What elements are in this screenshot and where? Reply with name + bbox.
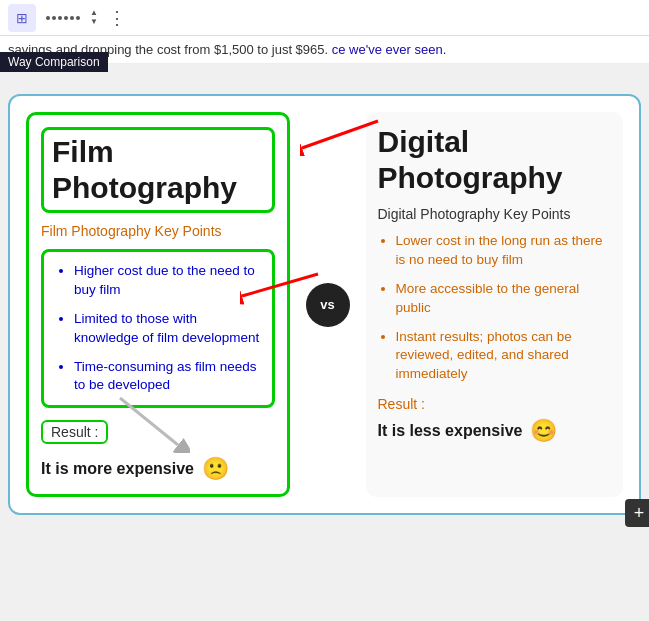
digital-result-emoji: 😊 (530, 418, 557, 444)
grid-icon[interactable]: ⊞ (8, 4, 36, 32)
film-bullet-1: Higher cost due to the need to buy film (74, 262, 260, 300)
film-bullet-2: Limited to those with knowledge of film … (74, 310, 260, 348)
dots-menu[interactable] (42, 14, 84, 22)
digital-bullet-1: Lower cost in the long run as there is n… (396, 232, 612, 270)
film-bullet-box: Higher cost due to the need to buy film … (41, 249, 275, 408)
film-bullet-3: Time-consuming as film needs to be devel… (74, 358, 260, 396)
digital-photography-title: Digital Photography (378, 124, 612, 196)
film-photography-title: Film Photography (41, 127, 275, 213)
vertical-dots-menu[interactable]: ⋮ (104, 7, 130, 29)
film-result-content: It is more expensive (41, 460, 194, 478)
digital-bullet-3: Instant results; photos can be reviewed,… (396, 328, 612, 385)
digital-result-content: It is less expensive (378, 422, 523, 440)
way-comparison-label: Way Comparison (0, 52, 108, 72)
right-column-digital: Digital Photography Digital Photography … (366, 112, 624, 497)
film-result-emoji: 🙁 (202, 456, 229, 482)
top-text-link[interactable]: ce we've ever seen. (332, 42, 447, 57)
vs-circle: vs (306, 283, 350, 327)
down-arrow-icon[interactable]: ▼ (90, 18, 98, 26)
toolbar: ⊞ ▲ ▼ ⋮ (0, 0, 649, 36)
up-down-arrows[interactable]: ▲ ▼ (90, 9, 98, 26)
digital-bullet-list: Lower cost in the long run as there is n… (378, 232, 612, 384)
page-wrapper: ⊞ ▲ ▼ ⋮ savings and dropping the cost fr… (0, 0, 649, 515)
film-key-points-label: Film Photography Key Points (41, 223, 275, 239)
up-arrow-icon[interactable]: ▲ (90, 9, 98, 17)
digital-bullet-2: More accessible to the general public (396, 280, 612, 318)
film-bullet-list: Higher cost due to the need to buy film … (56, 262, 260, 395)
digital-key-points-label: Digital Photography Key Points (378, 206, 612, 222)
comparison-card: Film Photography Film Photography Key Po… (8, 94, 641, 515)
digital-result-label: Result : (378, 396, 612, 412)
plus-button[interactable]: + (625, 499, 649, 527)
film-result-text: It is more expensive 🙁 (41, 456, 275, 482)
left-column-film: Film Photography Film Photography Key Po… (26, 112, 290, 497)
comparison-grid: Film Photography Film Photography Key Po… (26, 112, 623, 497)
film-result-label: Result : (41, 420, 108, 444)
digital-result-text: It is less expensive 😊 (378, 418, 612, 444)
